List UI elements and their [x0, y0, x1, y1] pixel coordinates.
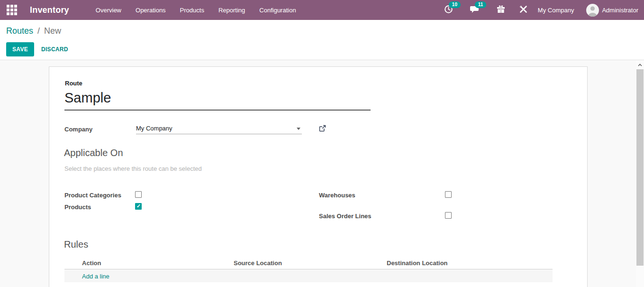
breadcrumb: Routes / New — [6, 26, 638, 36]
apps-grid-icon[interactable] — [7, 5, 17, 15]
messages-menu[interactable]: 11 — [470, 5, 480, 16]
save-button[interactable]: SAVE — [6, 42, 34, 56]
scrollbar[interactable] — [636, 61, 644, 287]
control-panel-buttons: SAVE DISCARD — [6, 42, 638, 56]
rules-add-row[interactable]: Add a line — [64, 270, 553, 282]
applicable-on-title: Applicable On — [64, 148, 123, 158]
warehouses-checkbox[interactable] — [445, 191, 452, 198]
content-area: Route Sample Company My Company Applicab… — [0, 61, 644, 287]
route-name-input[interactable]: Sample — [64, 90, 371, 111]
rules-col-source-location: Source Location — [234, 259, 282, 267]
rules-table: Action Source Location Destination Locat… — [64, 259, 553, 282]
rules-title: Rules — [64, 239, 88, 250]
control-panel: Routes / New SAVE DISCARD — [0, 20, 644, 60]
developer-tools-menu[interactable] — [519, 5, 527, 15]
nav-item-configuration[interactable]: Configuration — [259, 5, 296, 16]
company-row: Company My Company — [64, 125, 349, 133]
scrollbar-thumb[interactable] — [636, 69, 644, 266]
activity-count-badge: 10 — [449, 1, 461, 8]
chevron-down-icon — [297, 128, 300, 130]
navbar-right: 10 11 My Company Administrator — [444, 4, 638, 17]
breadcrumb-separator: / — [37, 26, 40, 36]
company-switcher[interactable]: My Company — [538, 7, 574, 14]
products-label: Products — [64, 204, 91, 211]
product-categories-row: Product Categories — [64, 191, 121, 199]
route-field-label: Route — [65, 80, 82, 87]
nav-item-operations[interactable]: Operations — [136, 5, 166, 16]
breadcrumb-routes-link[interactable]: Routes — [6, 26, 33, 36]
warehouses-row: Warehouses — [319, 191, 355, 199]
tools-icon — [519, 5, 527, 15]
sales-order-lines-label: Sales Order Lines — [319, 213, 372, 220]
warehouses-label: Warehouses — [319, 192, 355, 199]
product-categories-label: Product Categories — [64, 192, 121, 199]
nav-item-products[interactable]: Products — [180, 5, 204, 16]
breadcrumb-current: New — [44, 26, 61, 36]
rules-col-destination-location: Destination Location — [387, 259, 448, 267]
user-menu[interactable]: Administrator — [602, 7, 638, 14]
products-row: Products — [64, 203, 91, 211]
user-avatar[interactable] — [586, 4, 599, 17]
form-sheet: Route Sample Company My Company Applicab… — [49, 66, 588, 287]
scroll-up-button[interactable] — [636, 61, 644, 69]
applicable-on-help: Select the places where this route can b… — [64, 165, 202, 172]
gift-icon — [497, 5, 505, 15]
products-checkbox[interactable] — [135, 203, 142, 210]
company-select-value: My Company — [136, 125, 172, 132]
sales-order-lines-row: Sales Order Lines — [319, 212, 372, 220]
company-select[interactable]: My Company — [136, 125, 302, 134]
activity-menu[interactable]: 10 — [444, 5, 453, 16]
company-field-label: Company — [64, 126, 92, 133]
gift-menu[interactable] — [497, 5, 505, 15]
rules-col-action: Action — [82, 259, 101, 267]
messages-count-badge: 11 — [475, 1, 487, 8]
rules-table-header: Action Source Location Destination Locat… — [64, 259, 553, 269]
product-categories-checkbox[interactable] — [135, 191, 142, 198]
add-a-line-link[interactable]: Add a line — [82, 273, 109, 280]
nav-menu: Overview Operations Products Reporting C… — [96, 5, 296, 16]
nav-item-reporting[interactable]: Reporting — [218, 5, 245, 16]
nav-item-overview[interactable]: Overview — [96, 5, 121, 16]
app-title[interactable]: Inventory — [30, 5, 69, 15]
sales-order-lines-checkbox[interactable] — [445, 212, 452, 219]
discard-button[interactable]: DISCARD — [35, 42, 75, 56]
top-navbar: Inventory Overview Operations Products R… — [0, 0, 644, 20]
external-link-icon[interactable] — [319, 125, 326, 134]
